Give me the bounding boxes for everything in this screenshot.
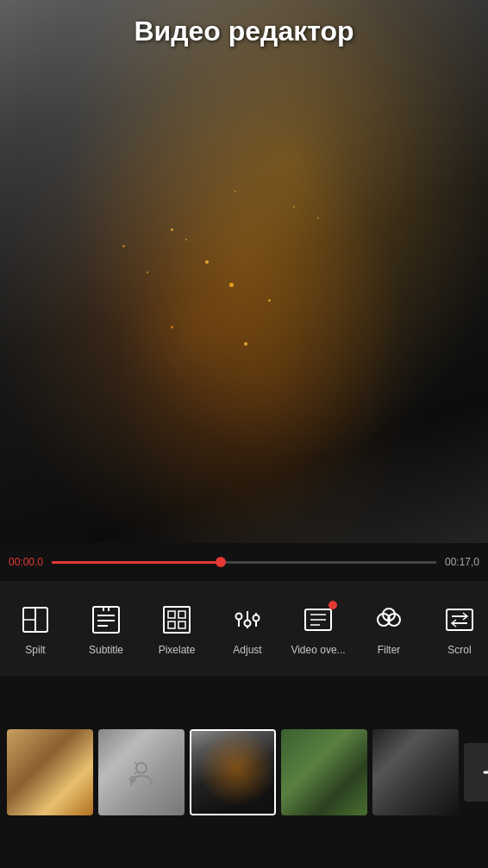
spilt-label: Spilt <box>25 644 45 656</box>
spilt-icon <box>16 601 54 639</box>
filter-label: Filter <box>378 644 401 656</box>
time-end: 00:17,0 <box>445 556 479 568</box>
pixelate-icon <box>158 601 196 639</box>
tool-pixelate[interactable]: Pixelate <box>141 594 212 663</box>
filter-icon <box>370 601 408 639</box>
svg-point-19 <box>253 615 260 621</box>
video-overlay-label: Video ove... <box>291 644 345 656</box>
time-start: 00:00.0 <box>9 556 43 568</box>
subtitle-label: Subtitle <box>89 644 123 656</box>
thumbnail-3[interactable] <box>190 729 276 815</box>
svg-point-18 <box>245 621 251 627</box>
thumbnail-4[interactable] <box>281 729 367 815</box>
subtitle-icon <box>87 601 125 639</box>
add-media-button[interactable] <box>464 743 488 802</box>
thumbnail-2[interactable] <box>98 729 185 815</box>
tools-row: Spilt Subtitle Pixelate <box>0 581 488 676</box>
adjust-icon <box>228 601 266 639</box>
video-overlay-badge <box>328 601 337 609</box>
thumbnail-5[interactable] <box>372 729 459 815</box>
svg-rect-13 <box>178 621 185 628</box>
scroll-icon <box>441 601 479 639</box>
tool-video-overlay[interactable]: Video ove... <box>283 594 353 663</box>
app-header: Видео редактор <box>0 0 488 58</box>
adjust-label: Adjust <box>233 644 261 656</box>
scroll-label: Scrol <box>447 644 471 656</box>
video-preview <box>0 0 488 543</box>
pixelate-label: Pixelate <box>159 644 196 656</box>
tool-spilt[interactable]: Spilt <box>0 594 71 663</box>
timeline-progress <box>52 561 221 564</box>
tool-adjust[interactable]: Adjust <box>212 594 283 663</box>
svg-rect-11 <box>178 611 185 618</box>
tool-scroll[interactable]: Scrol <box>424 594 488 663</box>
tool-filter[interactable]: Filter <box>353 594 424 663</box>
video-overlay-icon <box>299 601 337 639</box>
svg-rect-10 <box>168 611 175 618</box>
thumbnails-row <box>0 676 488 868</box>
svg-rect-12 <box>168 621 175 628</box>
timeline[interactable]: 00:00.0 00:17,0 <box>0 543 488 581</box>
timeline-thumb[interactable] <box>216 557 226 567</box>
tool-subtitle[interactable]: Subtitle <box>71 594 141 663</box>
svg-rect-27 <box>447 609 472 630</box>
timeline-bar[interactable] <box>52 561 436 564</box>
thumbnail-1[interactable] <box>7 729 93 815</box>
svg-point-17 <box>236 614 242 620</box>
app-title: Видео редактор <box>0 16 488 47</box>
